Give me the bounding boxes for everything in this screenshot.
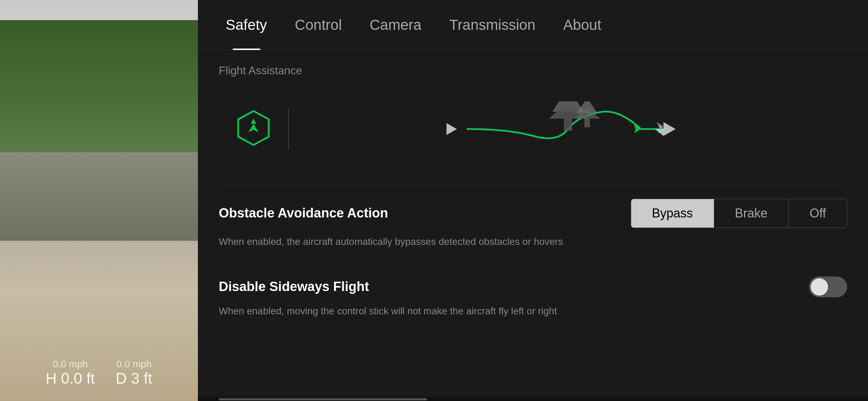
obstacle-avoidance-title: Obstacle Avoidance Action	[219, 205, 388, 222]
svg-marker-2	[251, 119, 256, 124]
brake-option[interactable]: Brake	[714, 199, 789, 228]
hud-distance: D 3 ft	[116, 370, 152, 387]
distance-prefix: D	[116, 370, 127, 387]
flight-assistance-label: Flight Assistance	[219, 64, 847, 77]
sideways-flight-toggle[interactable]	[809, 276, 847, 297]
svg-marker-3	[446, 122, 457, 136]
settings-content: Flight Assistance	[198, 50, 868, 397]
bypass-option[interactable]: Bypass	[631, 199, 714, 228]
hud-speed-2: 0.0 mph D 3 ft	[116, 359, 152, 387]
altitude-prefix: H	[45, 370, 57, 387]
hud-speed-2-value: 0.0 mph	[116, 359, 152, 370]
sideways-flight-header: Disable Sideways Flight	[219, 276, 847, 297]
sideways-flight-title: Disable Sideways Flight	[219, 278, 369, 295]
camera-hud: 0.0 mph H 0.0 ft 0.0 mph D 3 ft	[0, 359, 198, 387]
tab-about[interactable]: About	[549, 0, 615, 50]
altitude-value: 0.0 ft	[61, 370, 95, 387]
illustration-divider	[288, 108, 289, 150]
svg-rect-13	[584, 119, 590, 127]
obstacle-avoidance-desc: When enabled, the aircraft automatically…	[219, 235, 847, 248]
svg-marker-1	[248, 124, 259, 133]
tab-transmission[interactable]: Transmission	[435, 0, 549, 50]
dji-logo-icon	[233, 108, 274, 150]
sideways-flight-desc: When enabled, moving the control stick w…	[219, 304, 847, 318]
svg-rect-10	[564, 119, 572, 131]
camera-panel: 0.0 mph H 0.0 ft 0.0 mph D 3 ft	[0, 0, 198, 401]
tab-safety[interactable]: Safety	[212, 0, 281, 50]
distance-value: 3 ft	[131, 370, 152, 387]
hud-speed-1: 0.0 mph H 0.0 ft	[45, 359, 95, 387]
camera-background: 0.0 mph H 0.0 ft 0.0 mph D 3 ft	[0, 0, 198, 401]
obstacle-avoidance-control[interactable]: Bypass Brake Off	[631, 199, 847, 228]
off-option[interactable]: Off	[789, 199, 847, 228]
scrollbar-track	[219, 398, 427, 400]
settings-panel: Safety Control Camera Transmission About…	[198, 0, 868, 401]
obstacle-avoidance-header: Obstacle Avoidance Action Bypass Brake O…	[219, 199, 847, 228]
sideways-flight-row: Disable Sideways Flight When enabled, mo…	[219, 262, 847, 332]
tab-bar: Safety Control Camera Transmission About	[198, 0, 868, 50]
tab-camera[interactable]: Camera	[356, 0, 435, 50]
tab-control[interactable]: Control	[281, 0, 356, 50]
hud-speed-1-value: 0.0 mph	[45, 359, 95, 370]
bottom-scrollbar[interactable]	[198, 397, 868, 401]
flight-illustration	[219, 91, 847, 167]
obstacle-avoidance-row: Obstacle Avoidance Action Bypass Brake O…	[219, 185, 847, 262]
hud-altitude: H 0.0 ft	[45, 370, 95, 387]
toggle-knob	[811, 278, 828, 296]
obstacle-scene	[303, 101, 833, 157]
